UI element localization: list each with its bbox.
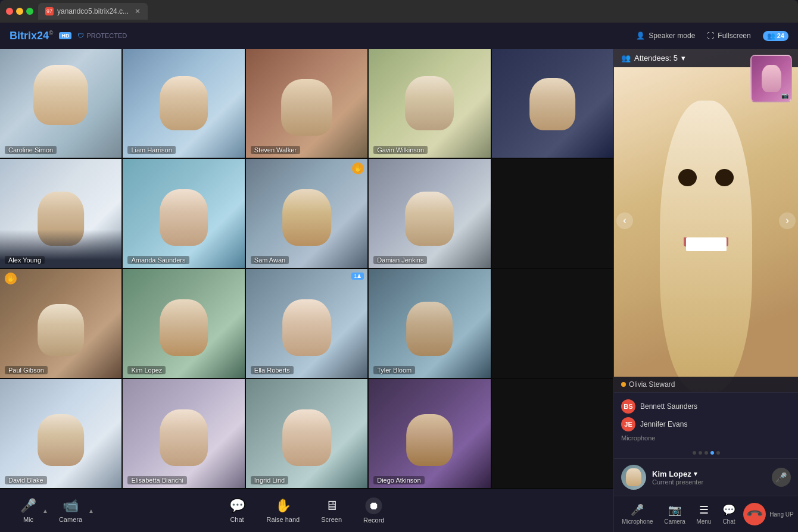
video-cell-caroline[interactable]: Caroline Simon: [0, 49, 121, 158]
attendees-list: BS Bennett Saunders JE Jennifer Evans Mi…: [614, 392, 798, 447]
speaker-mode-label: Speaker mode: [649, 32, 695, 40]
tab-close-button[interactable]: ✕: [135, 7, 141, 15]
video-cell-empty-r4c5: [492, 379, 613, 488]
rb-hangup-label-container: Hang UP: [769, 511, 794, 518]
camera-button[interactable]: 📹 Camera: [53, 495, 88, 527]
video-cell-ella[interactable]: 1♟ Ella Roberts: [246, 269, 367, 378]
video-cell-5[interactable]: [492, 49, 613, 158]
nav-next-button[interactable]: ›: [779, 212, 796, 229]
mic-button[interactable]: 🎤 Mic: [14, 495, 42, 527]
screen-icon: 🖥: [325, 498, 338, 514]
video-cell-empty-r3c5: [492, 269, 613, 378]
olivia-name-text: Olivia Steward: [629, 380, 675, 389]
video-cell-alex[interactable]: Alex Young: [0, 159, 121, 268]
presenter-mic-icon: 🎤: [772, 468, 791, 487]
video-cell-amanda[interactable]: Amanda Saunders: [123, 159, 244, 268]
shield-icon: 🛡: [77, 32, 84, 39]
browser-tab[interactable]: 97 yanandco5.bitrix24.c... ✕: [38, 3, 148, 20]
video-cell-empty-r2c5: [492, 159, 613, 268]
dot-4: [710, 451, 714, 455]
video-cell-elisabetta[interactable]: Elisabetta Bianchi: [123, 379, 244, 488]
rb-microphone-label: Microphone: [622, 518, 653, 525]
current-presenter: Kim Lopez ▾ Current presenter 🎤: [614, 458, 798, 496]
speaker-view: 👥 Attendees: 5 ▾ 📷 ‹ ›: [614, 49, 798, 392]
video-cell-ingrid[interactable]: Ingrid Lind: [246, 379, 367, 488]
close-dot[interactable]: [6, 8, 13, 15]
video-cell-tyler[interactable]: Tyler Bloom: [369, 269, 490, 378]
attendee-item-jennifer: JE Jennifer Evans: [621, 415, 791, 433]
video-cell-kim[interactable]: Kim Lopez: [123, 269, 244, 378]
presenter-name: Kim Lopez ▾: [652, 470, 766, 478]
hd-badge: HD: [59, 32, 71, 39]
camera-label: Camera: [59, 516, 82, 523]
rb-microphone-button[interactable]: 🎤 Microphone: [618, 501, 656, 527]
attendees-icon: 👥: [621, 54, 631, 62]
camera-dropdown-arrow[interactable]: ▲: [88, 508, 94, 514]
top-bar: Bitrix24© HD 🛡 PROTECTED 👤 Speaker mode …: [0, 23, 798, 49]
mic-icon: 🎤: [20, 498, 36, 514]
fullscreen-button[interactable]: ⛶ Fullscreen: [707, 32, 750, 40]
microphone-label: Microphone: [621, 433, 791, 443]
speaker-icon: 👤: [636, 32, 645, 40]
camera-control: 📹 Camera ▲: [53, 495, 94, 527]
rb-menu-label: Menu: [696, 518, 711, 525]
participant-label-sam: Sam Awan: [251, 256, 289, 264]
protected-badge: 🛡 PROTECTED: [77, 32, 127, 39]
dot-indicators: [614, 447, 798, 458]
camera-icon: 📹: [63, 498, 79, 514]
attendee-name-bennett: Bennett Saunders: [640, 402, 697, 411]
attendees-chevron[interactable]: ▾: [681, 54, 685, 62]
presenter-chevron[interactable]: ▾: [694, 470, 697, 478]
attendee-name-jennifer: Jennifer Evans: [640, 420, 687, 428]
nav-prev-button[interactable]: ‹: [616, 212, 633, 229]
olivia-dot: [621, 382, 626, 387]
rb-camera-button[interactable]: 📷 Camera: [660, 501, 689, 527]
speaker-mode-button[interactable]: 👤 Speaker mode: [636, 32, 695, 40]
fullscreen-icon: ⛶: [707, 32, 714, 40]
rb-chat-button[interactable]: 💬 Chat: [719, 501, 739, 527]
small-preview-thumbnail: 📷: [750, 55, 792, 102]
top-bar-left: Bitrix24© HD 🛡 PROTECTED: [10, 30, 127, 42]
mic-control: 🎤 Mic ▲: [14, 495, 48, 527]
video-cell-paul[interactable]: ✋ Paul Gibson: [0, 269, 121, 378]
right-bottom-bar: 🎤 Microphone 📷 Camera ☰ Menu 💬 Chat 📞: [614, 496, 798, 532]
raise-hand-button[interactable]: ✋ Raise hand: [261, 495, 306, 527]
toolbar-left: 🎤 Mic ▲ 📹 Camera ▲: [14, 495, 94, 527]
record-button[interactable]: ⏺ Record: [357, 494, 390, 527]
participant-label-paul: Paul Gibson: [5, 366, 48, 374]
logo-bitrix: Bitrix: [10, 30, 37, 42]
participant-label-elisabetta: Elisabetta Bianchi: [127, 476, 186, 484]
olivia-speaker-label: Olivia Steward: [614, 377, 798, 392]
participant-label-gavin: Gavin Wilkinson: [373, 146, 428, 154]
tab-bar: 97 yanandco5.bitrix24.c... ✕: [38, 3, 792, 20]
attendee-item-bennett: BS Bennett Saunders: [621, 398, 791, 415]
participant-label-ingrid: Ingrid Lind: [251, 476, 288, 484]
video-cell-diego[interactable]: Diego Atkinson: [369, 379, 490, 488]
video-cell-steven[interactable]: Steven Walker: [246, 49, 367, 158]
video-cell-liam[interactable]: Liam Harrison: [123, 49, 244, 158]
app-container: Bitrix24© HD 🛡 PROTECTED 👤 Speaker mode …: [0, 23, 798, 532]
video-cell-david[interactable]: David Blake: [0, 379, 121, 488]
hangup-button[interactable]: 📞: [743, 503, 766, 525]
maximize-dot[interactable]: [26, 8, 33, 15]
fullscreen-label: Fullscreen: [718, 32, 750, 40]
record-label: Record: [363, 517, 384, 524]
minimize-dot[interactable]: [16, 8, 23, 15]
video-cell-gavin[interactable]: Gavin Wilkinson: [369, 49, 490, 158]
attendees-list-panel: BS Bennett Saunders JE Jennifer Evans Mi…: [614, 392, 798, 496]
toolbar-center: 💬 Chat ✋ Raise hand 🖥 Screen ⏺ Record: [223, 494, 391, 527]
participants-count: 24: [777, 32, 784, 39]
chat-button[interactable]: 💬 Chat: [223, 495, 251, 527]
tab-favicon: 97: [45, 7, 54, 15]
video-cell-damian[interactable]: Damian Jenkins: [369, 159, 490, 268]
dot-5: [716, 451, 720, 455]
presenter-mic-status: 🎤: [772, 468, 791, 487]
raise-hand-icon: ✋: [275, 498, 291, 514]
rb-menu-button[interactable]: ☰ Menu: [693, 501, 715, 527]
mic-dropdown-arrow[interactable]: ▲: [42, 508, 48, 514]
presenter-info: Kim Lopez ▾ Current presenter: [652, 470, 766, 486]
presenter-name-text: Kim Lopez: [652, 470, 691, 478]
rb-hangup-label: Hang UP: [769, 511, 794, 518]
screen-share-button[interactable]: 🖥 Screen: [315, 495, 348, 527]
video-cell-sam[interactable]: ✋ Sam Awan: [246, 159, 367, 268]
